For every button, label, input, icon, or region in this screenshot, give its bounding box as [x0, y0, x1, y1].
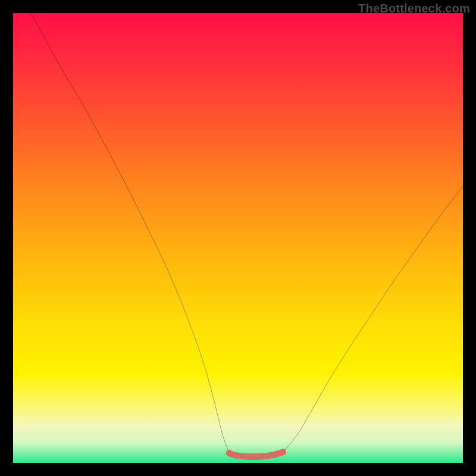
attribution-text: TheBottleneck.com	[358, 2, 470, 15]
gradient-background	[13, 13, 463, 463]
chart-frame: TheBottleneck.com	[0, 0, 476, 476]
bottleneck-chart	[13, 13, 463, 463]
